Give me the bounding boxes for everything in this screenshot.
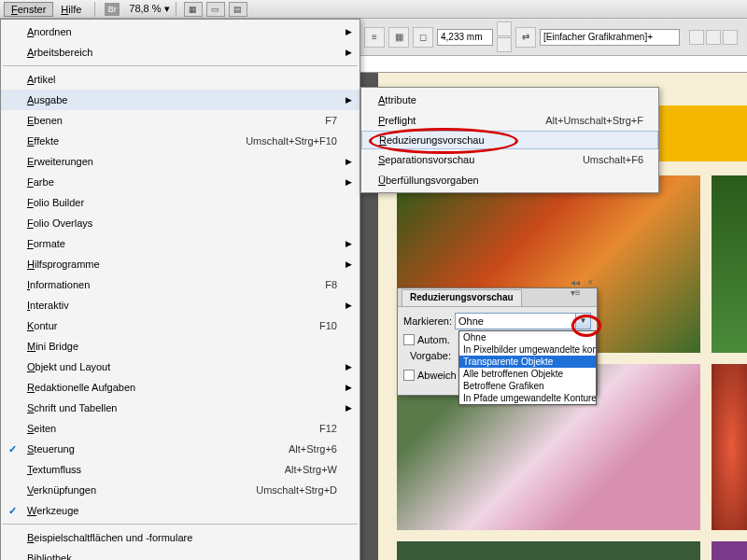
- image-frame-2b[interactable]: [712, 364, 747, 530]
- menu-item[interactable]: Hilfsprogramme▶: [1, 254, 359, 274]
- anchor-icon-1[interactable]: [689, 30, 704, 45]
- menu-item[interactable]: VerknüpfungenUmschalt+Strg+D: [1, 480, 359, 500]
- mark-select[interactable]: Ohne ▼: [455, 313, 591, 329]
- option-item[interactable]: Transparente Objekte: [459, 356, 596, 368]
- menu-item[interactable]: Interaktiv▶: [1, 295, 359, 315]
- panel-controls[interactable]: ◂◂ ×▾≡: [571, 277, 593, 298]
- anchor-icon-2[interactable]: [706, 30, 721, 45]
- panel-tab[interactable]: Reduzierungsvorschau: [402, 289, 522, 306]
- abweich-checkbox[interactable]: [403, 370, 415, 381]
- image-frame-1b[interactable]: [712, 175, 747, 353]
- align-icon[interactable]: ≡: [364, 27, 385, 48]
- menu-item[interactable]: InformationenF8: [1, 274, 359, 295]
- zoom-field[interactable]: 78,8 % ▾: [129, 3, 169, 15]
- menu-item[interactable]: EffekteUmschalt+Strg+F10: [1, 131, 359, 151]
- menu-item[interactable]: EbenenF7: [1, 110, 359, 131]
- menu-item[interactable]: Mini Bridge: [1, 336, 359, 357]
- stroke-style-1[interactable]: [497, 21, 512, 36]
- stroke-style-2[interactable]: [497, 37, 512, 52]
- menu-item[interactable]: Arbeitsbereich▶: [1, 42, 359, 63]
- fenster-menu: Anordnen▶Arbeitsbereich▶ArtikelAusgabe▶E…: [0, 19, 360, 560]
- menu-item[interactable]: TextumflussAlt+Strg+W: [1, 459, 359, 480]
- submenu-item[interactable]: Attribute: [361, 90, 658, 110]
- view-icon-3[interactable]: ▤: [229, 2, 247, 17]
- autom-checkbox[interactable]: [403, 334, 415, 345]
- menu-item[interactable]: Schrift und Tabellen▶: [1, 398, 359, 418]
- object-style-preset[interactable]: [Einfacher Grafikrahmen]+: [540, 29, 680, 46]
- menu-item[interactable]: Redaktionelle Aufgaben▶: [1, 377, 359, 398]
- vorgabe-label: Vorgabe:: [403, 350, 455, 361]
- anchor-icon-3[interactable]: [723, 30, 738, 45]
- ausgabe-submenu: AttributePreflightAlt+Umschalt+Strg+FRed…: [360, 87, 659, 193]
- menu-hilfe[interactable]: Hilfe: [53, 2, 89, 17]
- menu-item[interactable]: Bibliothek: [1, 548, 359, 560]
- menu-item[interactable]: Beispielschaltflächen und -formulare: [1, 527, 359, 548]
- submenu-item[interactable]: SeparationsvorschauUmschalt+F6: [361, 149, 658, 170]
- crop-icon[interactable]: ◻: [413, 27, 433, 48]
- image-frame-3[interactable]: [397, 541, 700, 560]
- mark-options-list[interactable]: OhneIn Pixelbilder umgewandelte kompleTr…: [458, 330, 597, 405]
- menu-item[interactable]: Artikel: [1, 69, 359, 90]
- option-item[interactable]: Alle betroffenen Objekte: [459, 368, 596, 380]
- menu-item[interactable]: ✓Werkzeuge: [1, 500, 359, 521]
- menu-item[interactable]: KonturF10: [1, 315, 359, 336]
- stroke-width-field[interactable]: 4,233 mm: [437, 29, 493, 46]
- submenu-item[interactable]: Reduzierungsvorschau: [361, 131, 658, 149]
- link-icon[interactable]: ⇄: [515, 27, 536, 48]
- dropdown-arrow-icon[interactable]: ▼: [575, 314, 590, 329]
- menu-item[interactable]: Ausgabe▶: [1, 90, 359, 110]
- menu-item[interactable]: ✓SteuerungAlt+Strg+6: [1, 439, 359, 459]
- option-item[interactable]: In Pfade umgewandelte Konturen: [459, 392, 596, 404]
- menu-item[interactable]: Objekt und Layout▶: [1, 357, 359, 377]
- menu-fenster[interactable]: Fenster: [4, 2, 53, 17]
- option-item[interactable]: Betroffene Grafiken: [459, 380, 596, 392]
- abweich-label: Abweich: [417, 370, 457, 381]
- autom-label: Autom.: [417, 334, 450, 345]
- menubar: Fenster Hilfe Br 78,8 % ▾ ▦ ▭ ▤: [0, 0, 747, 19]
- menu-item[interactable]: Anordnen▶: [1, 21, 359, 42]
- menu-item[interactable]: Farbe▶: [1, 172, 359, 192]
- menu-item[interactable]: Formate▶: [1, 233, 359, 254]
- menu-item[interactable]: SeitenF12: [1, 418, 359, 439]
- menu-item[interactable]: Erweiterungen▶: [1, 151, 359, 172]
- bridge-icon[interactable]: Br: [105, 3, 120, 16]
- option-item[interactable]: In Pixelbilder umgewandelte komple: [459, 343, 596, 356]
- mark-label: Markieren:: [403, 315, 455, 327]
- view-icon-2[interactable]: ▭: [206, 2, 225, 17]
- submenu-item[interactable]: PreflightAlt+Umschalt+Strg+F: [361, 110, 658, 131]
- view-icon-1[interactable]: ▦: [184, 2, 203, 17]
- menu-item[interactable]: Folio Overlays: [1, 213, 359, 233]
- menu-item[interactable]: Folio Builder: [1, 192, 359, 213]
- option-item[interactable]: Ohne: [459, 331, 596, 343]
- wrap-icon[interactable]: ▦: [388, 27, 409, 48]
- submenu-item[interactable]: Überfüllungsvorgaben: [361, 170, 658, 190]
- image-frame-3b[interactable]: [712, 541, 747, 560]
